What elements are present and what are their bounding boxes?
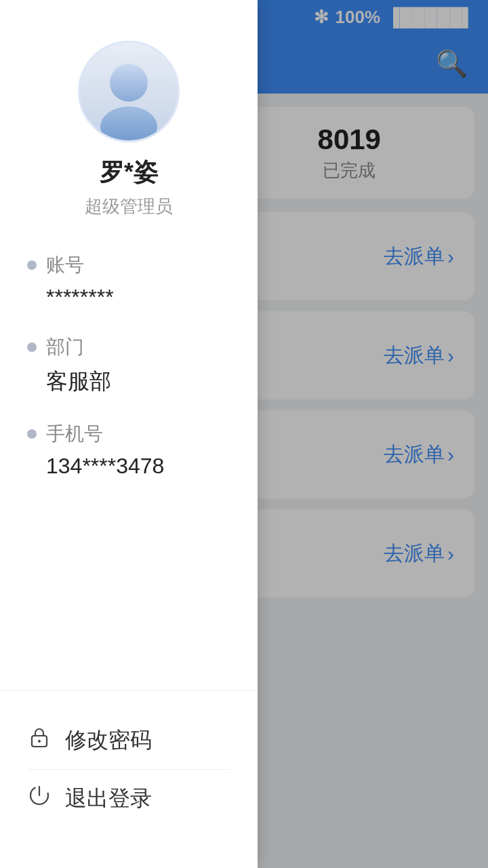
change-password-label: 修改密码 <box>65 726 152 755</box>
field-dot <box>27 429 37 439</box>
account-value: ******** <box>27 285 230 310</box>
logout-icon <box>27 783 52 814</box>
drawer-overlay[interactable] <box>258 0 488 868</box>
user-role: 超级管理员 <box>85 195 173 218</box>
account-label: 账号 <box>46 252 84 278</box>
logout-label: 退出登录 <box>65 784 152 814</box>
phone-value: 134****3478 <box>27 454 230 479</box>
avatar <box>78 41 180 142</box>
svg-point-3 <box>38 740 41 743</box>
field-dot <box>27 342 37 352</box>
svg-point-1 <box>100 106 157 140</box>
department-label: 部门 <box>46 334 84 360</box>
drawer-info: 账号 ******** 部门 客服部 手机号 134****3478 <box>0 239 258 690</box>
profile-drawer: 罗*姿 超级管理员 账号 ******** 部门 客服部 手机号 134****… <box>0 0 258 868</box>
drawer-header: 罗*姿 超级管理员 <box>0 0 258 239</box>
drawer-footer: 修改密码 退出登录 <box>0 690 258 868</box>
field-dot <box>27 260 37 270</box>
department-field: 部门 客服部 <box>27 334 230 397</box>
department-value: 客服部 <box>27 367 230 397</box>
lock-icon <box>27 725 52 755</box>
user-name: 罗*姿 <box>100 156 158 189</box>
change-password-button[interactable]: 修改密码 <box>27 711 230 769</box>
logout-button[interactable]: 退出登录 <box>27 770 230 827</box>
account-field: 账号 ******** <box>27 252 230 310</box>
phone-label: 手机号 <box>46 421 103 447</box>
phone-field: 手机号 134****3478 <box>27 421 230 479</box>
svg-point-0 <box>110 64 148 102</box>
